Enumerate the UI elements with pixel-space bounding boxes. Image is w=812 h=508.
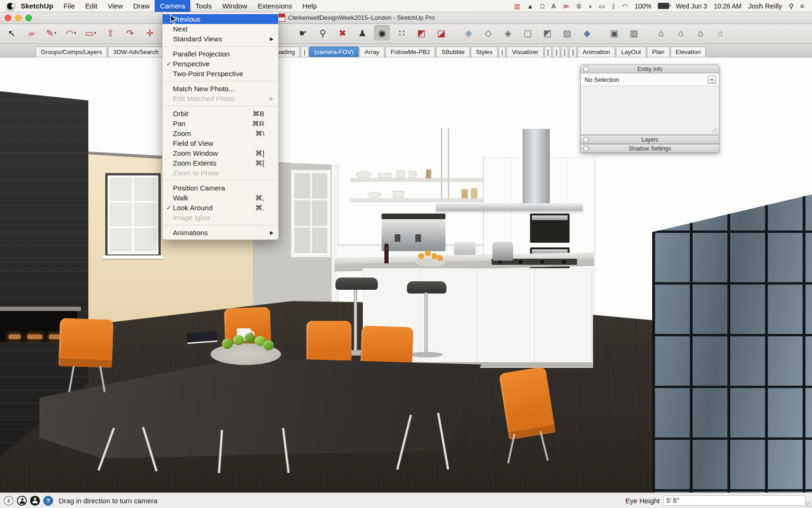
menu-item-parallel-projection[interactable]: ✓ Parallel Projection ▶ <box>163 49 278 59</box>
menubar-item-camera[interactable]: Camera <box>155 0 190 12</box>
notification-bell-icon[interactable]: Ω <box>540 3 545 9</box>
bluetooth-icon[interactable]: ᛒ <box>612 3 616 9</box>
scene-tab-array[interactable]: Array <box>359 47 384 57</box>
help-icon[interactable]: ? <box>43 496 53 506</box>
arc-tool[interactable]: ◠▾ <box>63 25 79 40</box>
menu-separator[interactable]: ✓ ▶ <box>163 222 278 228</box>
menubar-item-extensions[interactable]: Extensions <box>252 0 297 12</box>
battery-percent-text[interactable]: 100% <box>634 2 651 10</box>
spotlight-search-icon[interactable]: ⚲ <box>789 3 794 9</box>
menubar-item-window[interactable]: Window <box>217 0 252 12</box>
menubar-item-view[interactable]: View <box>102 0 128 12</box>
components-icon[interactable]: ▣▾ <box>606 25 622 40</box>
scene-tab-bracket-3[interactable]: [ <box>561 47 569 57</box>
menu-item-zoom-extents[interactable]: ✓ Zoom Extents ⌘[ ▶ <box>163 158 278 168</box>
walk-tool[interactable]: ∷▾ <box>394 25 410 40</box>
menubar-user[interactable]: Josh Reilly <box>748 2 782 10</box>
minimize-window-button[interactable] <box>15 15 22 21</box>
menu-item-orbit[interactable]: ✓ Orbit ⌘B ▶ <box>163 109 278 119</box>
menu-item-animations[interactable]: ✓ Animations ▶ <box>163 228 278 238</box>
scene-tab-styles[interactable]: Styles <box>471 47 498 57</box>
menu-separator[interactable]: ✓ ▶ <box>163 44 278 49</box>
red-arrows-icon[interactable]: ≫ <box>562 3 570 9</box>
face-style-monochrome[interactable]: ◆▾ <box>579 25 595 40</box>
scene-tab-3dw-advsearch[interactable]: 3DW-AdvSearch <box>108 47 164 57</box>
google-drive-icon[interactable]: ▲ <box>527 3 533 9</box>
scene-tab-divider-1[interactable]: | <box>301 47 308 57</box>
menu-item-next[interactable]: ✓ Next ▶ <box>163 24 278 34</box>
line-tool[interactable]: ✎▾ <box>43 25 59 40</box>
scene-tab-groups-comps-layers[interactable]: Groups/Comps/Layers <box>36 47 107 57</box>
menubar-item-help[interactable]: Help <box>297 0 322 12</box>
followme-tool[interactable]: ↷▾ <box>122 25 138 40</box>
menu-item-field-of-view[interactable]: ✓ Field of View ▶ <box>163 138 278 148</box>
face-style-wireframe[interactable]: ◈▾ <box>500 25 516 40</box>
layers-header[interactable]: Layers <box>580 135 719 144</box>
shadow-settings-header[interactable]: Shadow Settings <box>580 144 719 153</box>
face-style-hidden-line[interactable]: ▢▾ <box>520 25 536 40</box>
menu-item-zoom-window[interactable]: ✓ Zoom Window ⌘] ▶ <box>163 148 278 158</box>
scene-tab-bracket-4[interactable]: ] <box>569 47 577 57</box>
menu-item-previous[interactable]: ✓ Previous ▶ <box>163 14 278 24</box>
scene-tab-layout[interactable]: LayOut <box>616 47 646 57</box>
adobe-icon[interactable]: A <box>552 3 556 9</box>
shield-5-icon[interactable]: ⑤ <box>576 3 582 9</box>
scene-tab-sbubble[interactable]: SBubble <box>436 47 469 57</box>
menu-item-position-camera[interactable]: ✓ Position Camera ▶ <box>163 183 278 193</box>
scene-tab-animation[interactable]: Animation <box>578 47 615 57</box>
sign-in-icon[interactable] <box>30 496 40 506</box>
face-style-textured[interactable]: ▨▾ <box>559 25 575 40</box>
view-side-icon[interactable]: ⌂▾ <box>712 25 728 40</box>
film-strip-icon[interactable]: ▥ <box>514 3 520 9</box>
evernote-icon[interactable]: ◗ <box>588 3 592 9</box>
look-around-tool[interactable]: ◉▾ <box>374 25 390 40</box>
zoom-extents-tool[interactable]: ✖▾ <box>335 25 351 40</box>
pan-tool[interactable]: ☛▾ <box>295 25 311 40</box>
select-tool[interactable]: ↖▾ <box>4 25 20 40</box>
menubar-item-sketchup[interactable]: SketchUp <box>16 0 58 12</box>
wifi-icon[interactable]: ◠ <box>622 3 628 9</box>
view-iso-icon[interactable]: ⌂▾ <box>653 25 669 40</box>
move-tool[interactable]: ✛▾ <box>142 25 158 40</box>
scene-tab-elevation[interactable]: Elevation <box>671 47 706 57</box>
face-style-back-edges[interactable]: ◇▾ <box>480 25 496 40</box>
position-camera-tool[interactable]: ♟▾ <box>354 25 370 40</box>
warehouse-icon[interactable]: ◩▾ <box>414 25 429 40</box>
menu-item-perspective[interactable]: ✓ Perspective ▶ <box>163 59 278 69</box>
apple-menu[interactable] <box>5 1 16 11</box>
menu-item-standard-views[interactable]: ✓ Standard Views ▶ <box>163 34 278 44</box>
eraser-tool[interactable]: ▰▾ <box>23 25 39 40</box>
menu-item-two-point-perspective[interactable]: ✓ Two-Point Perspective ▶ <box>163 69 278 79</box>
scene-tab-camera-fov[interactable]: (camera-FOV) <box>309 47 359 57</box>
menubar-item-edit[interactable]: Edit <box>80 0 102 12</box>
scene-tab-followme-pb2[interactable]: FollowMe-PB2 <box>385 47 436 57</box>
menu-item-pan[interactable]: ✓ Pan ⌘R ▶ <box>163 119 278 128</box>
share-model-icon[interactable]: ◪▾ <box>433 25 449 40</box>
credits-icon[interactable] <box>17 496 27 506</box>
view-front-icon[interactable]: ⌂▾ <box>693 25 709 40</box>
airplay-display-icon[interactable]: ▭ <box>599 3 605 9</box>
view-top-icon[interactable]: ⌂▾ <box>673 25 689 40</box>
notification-center-icon[interactable]: ≡ <box>800 3 804 9</box>
face-style-shaded[interactable]: ◩▾ <box>539 25 555 40</box>
scene-tab-bracket-2[interactable]: ] <box>553 47 560 57</box>
menu-item-zoom-to-photo[interactable]: ✓ Zoom to Photo ▶ <box>163 168 278 178</box>
menu-item-zoom[interactable]: ✓ Zoom ⌘\ ▶ <box>163 128 278 138</box>
zoom-tool[interactable]: ⚲▾ <box>315 25 331 40</box>
window-resize-grip[interactable] <box>805 501 812 508</box>
eye-height-input[interactable] <box>664 495 805 506</box>
zoom-window-button[interactable] <box>25 15 32 21</box>
menubar-item-file[interactable]: File <box>58 0 80 12</box>
menu-item-match-new-photo[interactable]: ✓ Match New Photo... ▶ <box>163 84 278 94</box>
menu-item-image-igloo[interactable]: ✓ Image Igloo ▶ <box>163 213 278 222</box>
scene-tab-bracket-1[interactable]: [ <box>545 47 552 57</box>
geolocation-icon[interactable] <box>4 496 14 506</box>
panel-resize-grip[interactable] <box>712 128 718 134</box>
menu-item-edit-matched-photo[interactable]: ✓ Edit Matched Photo ▶ <box>163 94 278 103</box>
menu-separator[interactable]: ✓ ▶ <box>163 103 278 109</box>
scene-tab-divider-2[interactable]: | <box>499 47 506 57</box>
scene-tab-plan[interactable]: Plan <box>647 47 670 57</box>
pushpull-tool[interactable]: ⇧▾ <box>102 25 118 40</box>
menubar-item-draw[interactable]: Draw <box>128 0 155 12</box>
face-style-xray[interactable]: ◆▾ <box>461 25 476 40</box>
